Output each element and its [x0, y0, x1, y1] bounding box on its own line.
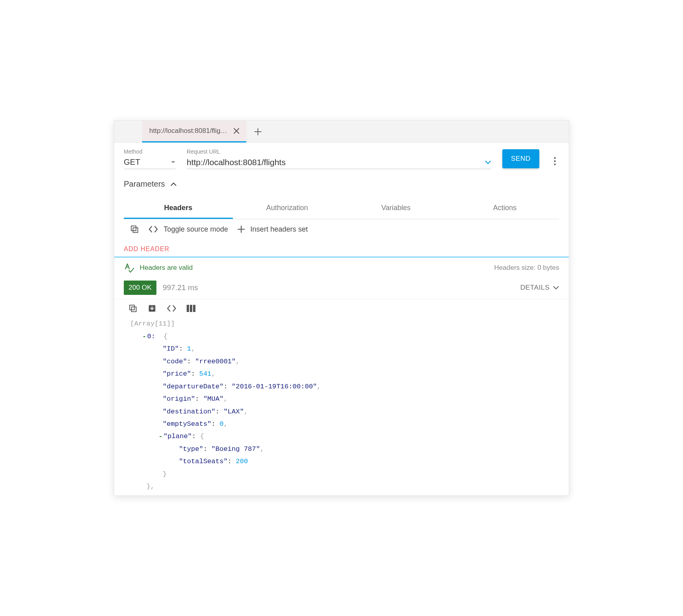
insert-headers-button[interactable]: Insert headers set: [238, 225, 308, 234]
parameters-toggle[interactable]: Parameters: [114, 179, 569, 195]
parameters-subtabs: Headers Authorization Variables Actions: [124, 198, 559, 219]
url-label: Request URL: [187, 148, 491, 155]
json-index-0: 0:: [147, 333, 155, 340]
json-key-type: "type": [179, 445, 203, 453]
json-val-emptySeats: 0: [219, 420, 223, 428]
json-key-destination: "destination": [163, 408, 216, 415]
status-badge: 200 OK: [124, 281, 156, 295]
columns-icon[interactable]: [187, 305, 195, 312]
request-row: Method GET Request URL http://localhost:…: [114, 143, 569, 179]
close-icon[interactable]: [234, 128, 239, 134]
chevron-up-icon: [170, 182, 177, 186]
chevron-down-icon[interactable]: [485, 160, 491, 164]
json-key-code: "code": [163, 358, 187, 365]
url-value: http://localhost:8081/flights: [187, 158, 286, 167]
toggle-source-button[interactable]: Toggle source mode: [148, 225, 228, 234]
headers-toolbar: Toggle source mode Insert headers set: [114, 219, 569, 239]
json-key-totalSeats: "totalSeats": [179, 458, 227, 465]
new-tab-button[interactable]: [246, 121, 269, 142]
code-icon: [148, 226, 158, 233]
tab-actions[interactable]: Actions: [451, 198, 560, 219]
svg-point-1: [554, 160, 556, 162]
url-input[interactable]: http://localhost:8081/flights: [187, 156, 491, 169]
url-field: Request URL http://localhost:8081/flight…: [187, 148, 491, 169]
json-val-id: 1: [187, 345, 191, 353]
json-key-price: "price": [163, 370, 191, 378]
details-toggle[interactable]: DETAILS: [520, 284, 559, 292]
headers-size-text: Headers size: 0 bytes: [494, 264, 559, 272]
response-json-viewer[interactable]: [Array[11]] -0: { "ID": 1, "code": "rree…: [114, 315, 569, 495]
json-val-type: "Boeing 787": [211, 445, 260, 453]
request-tabstrip: http://localhost:8081/flig…: [114, 121, 569, 143]
response-status-left: 200 OK 997.21 ms: [124, 281, 198, 295]
headers-valid-indicator: Headers are valid: [124, 263, 193, 273]
download-icon[interactable]: [148, 304, 156, 313]
response-toolbar: [114, 299, 569, 315]
chevron-down-icon: [553, 286, 559, 290]
code-icon[interactable]: [167, 305, 176, 312]
tabstrip-spacer: [114, 121, 142, 142]
collapse-icon[interactable]: -: [142, 333, 147, 340]
spellcheck-icon: [124, 263, 134, 273]
details-label: DETAILS: [520, 284, 550, 292]
request-tab-title: http://localhost:8081/flig…: [149, 127, 227, 135]
json-val-departure: "2016-01-19T16:00:00": [232, 383, 317, 390]
collapse-icon[interactable]: -: [158, 433, 163, 440]
svg-rect-10: [193, 305, 195, 312]
svg-rect-5: [131, 307, 136, 312]
json-val-price: 541: [199, 370, 211, 378]
json-val-destination: "LAX": [224, 408, 244, 415]
svg-rect-6: [130, 305, 135, 310]
headers-valid-text: Headers are valid: [140, 264, 193, 272]
json-key-id: "ID": [163, 345, 179, 353]
send-button[interactable]: SEND: [502, 149, 539, 168]
headers-status-row: Headers are valid Headers size: 0 bytes: [114, 257, 569, 278]
json-val-origin: "MUA": [203, 395, 224, 403]
svg-rect-3: [133, 228, 138, 233]
method-label: Method: [124, 148, 176, 155]
more-icon[interactable]: [550, 156, 559, 166]
add-header-button[interactable]: ADD HEADER: [114, 242, 569, 257]
insert-headers-label: Insert headers set: [250, 225, 308, 234]
copy-icon[interactable]: [129, 304, 137, 313]
method-field: Method GET: [124, 148, 176, 169]
json-val-code: "rree0001": [195, 358, 236, 365]
tab-authorization[interactable]: Authorization: [233, 198, 342, 219]
app-window: http://localhost:8081/flig… Method GET R…: [114, 120, 569, 495]
response-status-row: 200 OK 997.21 ms DETAILS: [114, 278, 569, 299]
request-tab-active[interactable]: http://localhost:8081/flig…: [142, 121, 246, 142]
json-key-origin: "origin": [163, 395, 195, 403]
caret-down-icon: [171, 161, 176, 164]
tab-headers[interactable]: Headers: [124, 198, 233, 219]
plus-icon: [238, 226, 245, 233]
toggle-source-label: Toggle source mode: [164, 225, 228, 234]
svg-point-2: [554, 164, 556, 165]
response-latency: 997.21 ms: [163, 283, 198, 292]
svg-rect-8: [187, 305, 189, 312]
json-key-plane: "plane": [164, 433, 192, 440]
svg-rect-4: [131, 226, 136, 231]
method-value: GET: [124, 158, 140, 167]
copy-icon[interactable]: [130, 225, 139, 234]
json-key-emptySeats: "emptySeats": [163, 420, 211, 428]
json-val-totalSeats: 200: [236, 458, 248, 465]
json-array-label: Array[11]: [134, 320, 171, 327]
plus-icon: [254, 128, 261, 135]
tab-variables[interactable]: Variables: [342, 198, 451, 219]
svg-point-0: [554, 157, 556, 159]
json-key-departure: "departureDate": [163, 383, 224, 390]
method-dropdown[interactable]: GET: [124, 156, 176, 169]
parameters-label: Parameters: [124, 179, 165, 189]
svg-rect-9: [190, 305, 192, 312]
